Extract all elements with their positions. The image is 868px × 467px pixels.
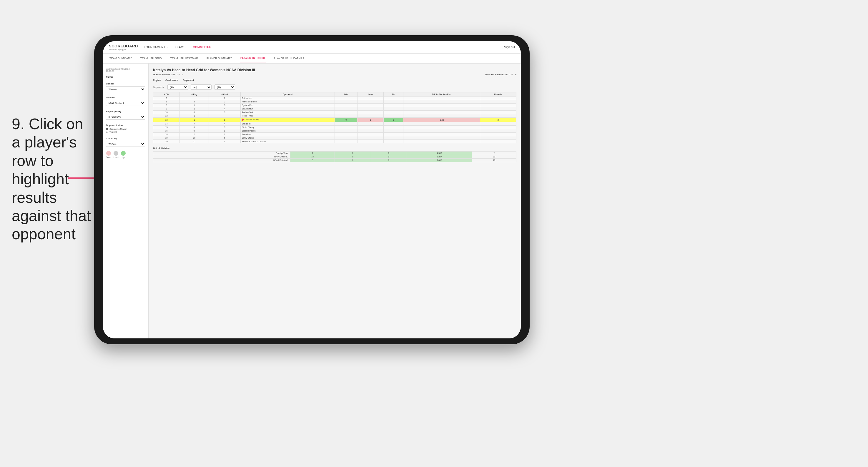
- sub-nav-team-h2h-grid[interactable]: TEAM H2H GRID: [140, 55, 162, 62]
- out-table-row[interactable]: Foreign Team1004.5002: [153, 152, 517, 155]
- sidebar-colour-select[interactable]: Win/loss: [106, 141, 145, 147]
- table-cell: [480, 114, 516, 118]
- table-cell: [335, 100, 358, 103]
- table-cell: [335, 133, 358, 136]
- table-row[interactable]: 1691Jessica Mason: [153, 129, 517, 133]
- sidebar-player-rank: Player (Rank) 8. Katelyn Vo: [106, 110, 145, 120]
- opponents-label: Opponents:: [153, 86, 164, 89]
- table-cell: [357, 129, 383, 133]
- table-row[interactable]: 1474Eunice Yi: [153, 122, 517, 126]
- table-cell: 1: [209, 129, 241, 133]
- table-cell: [480, 136, 516, 140]
- table-row[interactable]: 1585Stella Cheng: [153, 126, 517, 129]
- radio-top100[interactable]: Top 100: [106, 131, 145, 133]
- table-cell: [384, 100, 403, 103]
- table-cell: [480, 96, 516, 100]
- table-cell: [384, 114, 403, 118]
- sub-nav-player-summary[interactable]: PLAYER SUMMARY: [206, 55, 232, 62]
- sidebar-gender-select[interactable]: Women's: [106, 86, 145, 92]
- col-diff: Diff Av Strokes/Rnd: [403, 92, 480, 96]
- table-cell: 9: [153, 107, 180, 111]
- table-cell: 14: [153, 122, 180, 126]
- table-cell: 18: [153, 133, 180, 136]
- table-cell: 6: [180, 111, 209, 114]
- table-cell: [480, 100, 516, 103]
- table-cell: [403, 103, 480, 107]
- nav-committee[interactable]: COMMITTEE: [193, 45, 211, 49]
- conference-filter-select[interactable]: (All): [191, 85, 212, 90]
- table-cell: [403, 111, 480, 114]
- table-row[interactable]: 522Alexis Sudjianto: [153, 100, 517, 103]
- table-cell: 1: [180, 107, 209, 111]
- out-table-row[interactable]: NCAA Division 25007.40010: [153, 159, 517, 162]
- table-cell: 16: [153, 129, 180, 133]
- nav-teams[interactable]: TEAMS: [175, 45, 185, 49]
- filter-conference: Conference: [165, 79, 178, 82]
- sub-nav-player-h2h-grid[interactable]: PLAYER H2H GRID: [240, 54, 266, 62]
- table-cell: 10: [180, 136, 209, 140]
- out-table-cell: Foreign Team: [153, 152, 290, 155]
- table-cell: [335, 126, 358, 129]
- table-cell: [403, 122, 480, 126]
- opponents-filter-row: Opponents: (All) (All) (All): [153, 85, 517, 90]
- table-cell: [480, 107, 516, 111]
- legend-level: [114, 151, 118, 156]
- table-cell: 15: [153, 126, 180, 129]
- table-row[interactable]: 131Heejo Hyun: [153, 114, 517, 118]
- table-row[interactable]: 1311Jessica Huang010-3.002: [153, 118, 517, 122]
- filter-region: Region: [153, 79, 161, 82]
- table-cell: [480, 126, 516, 129]
- table-cell: 13: [153, 114, 180, 118]
- table-cell: [335, 136, 358, 140]
- table-cell: 4: [209, 107, 241, 111]
- out-table-cell: 0: [335, 152, 371, 155]
- radio-opponents-played[interactable]: Opponents Played: [106, 128, 145, 130]
- sidebar-colour-label: Colour by: [106, 137, 145, 140]
- nav-tournaments[interactable]: TOURNAMENTS: [144, 45, 167, 49]
- table-cell: [384, 133, 403, 136]
- table-cell: [384, 126, 403, 129]
- table-cell: 11: [180, 140, 209, 143]
- sidebar-division-select[interactable]: NCAA Division III: [106, 100, 145, 106]
- table-cell: 20: [153, 140, 180, 143]
- opponent-filter-select[interactable]: (All): [215, 85, 235, 90]
- table-cell: [384, 136, 403, 140]
- table-row[interactable]: 31Esther Lee: [153, 96, 517, 100]
- table-cell: [335, 140, 358, 143]
- table-row[interactable]: 613Sydney Kuo: [153, 103, 517, 107]
- sidebar-gender-label: Gender: [106, 83, 145, 85]
- table-cell: [403, 129, 480, 133]
- sidebar-player-section: Player: [106, 75, 145, 78]
- col-win: Win: [335, 92, 358, 96]
- player-h2h-table: # Div # Reg # Conf Opponent Win Loss Tie…: [153, 92, 517, 143]
- table-cell: [335, 96, 358, 100]
- table-row[interactable]: 914Sharon Mun: [153, 107, 517, 111]
- table-row[interactable]: 1822Euna Lee: [153, 133, 517, 136]
- table-cell: 2: [180, 100, 209, 103]
- table-row[interactable]: 20117Federica Domecq Lacroze: [153, 140, 517, 143]
- table-row[interactable]: 1063Andrea York: [153, 111, 517, 114]
- table-cell: [357, 107, 383, 111]
- sidebar-opponent-view: Opponent view Opponents Played Top 100: [106, 124, 145, 133]
- region-filter-select[interactable]: (All): [167, 85, 188, 90]
- sub-nav-team-summary[interactable]: TEAM SUMMARY: [109, 55, 132, 62]
- opponent-radio-group: Opponents Played Top 100: [106, 128, 145, 133]
- table-cell: 1: [180, 118, 209, 122]
- table-cell: [357, 111, 383, 114]
- sidebar-player-rank-select[interactable]: 8. Katelyn Vo: [106, 114, 145, 120]
- table-row[interactable]: 19106Emily Chang: [153, 136, 517, 140]
- sub-nav-player-h2h-heatmap[interactable]: PLAYER H2H HEATMAP: [273, 55, 305, 62]
- col-conf: # Conf: [209, 92, 241, 96]
- nav-sign-out[interactable]: | Sign out: [502, 45, 515, 49]
- table-cell: 5: [209, 126, 241, 129]
- sub-nav-team-h2h-heatmap[interactable]: TEAM H2H HEATMAP: [170, 55, 198, 62]
- col-tie: Tie: [384, 92, 403, 96]
- out-table-row[interactable]: NAIA Division 115009.26730: [153, 155, 517, 159]
- logo-sub: Powered by clippd: [109, 49, 138, 51]
- table-cell: 4: [209, 122, 241, 126]
- row-arrow-icon: [242, 118, 245, 121]
- out-table-cell: 2: [472, 152, 517, 155]
- legend-down: [106, 151, 111, 156]
- table-cell: [357, 122, 383, 126]
- out-table-cell: 15: [290, 155, 335, 159]
